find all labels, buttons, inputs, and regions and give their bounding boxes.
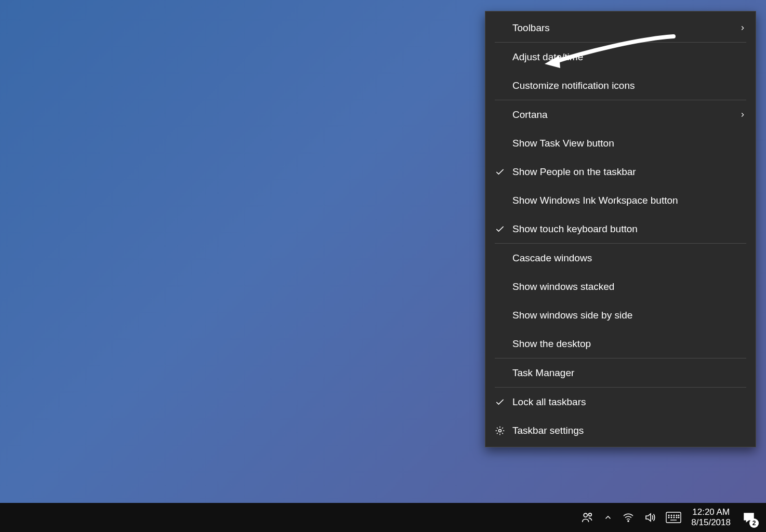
- menu-item-show-people-on-the-taskbar[interactable]: Show People on the taskbar: [485, 157, 756, 186]
- menu-item-cortana[interactable]: Cortana: [485, 100, 756, 129]
- menu-item-show-task-view-button[interactable]: Show Task View button: [485, 129, 756, 157]
- svg-point-0: [584, 513, 588, 517]
- menu-item-show-the-desktop[interactable]: Show the desktop: [485, 329, 756, 358]
- menu-label: Taskbar settings: [512, 425, 746, 436]
- menu-label: Cortana: [512, 109, 736, 121]
- menu-item-lock-all-taskbars[interactable]: Lock all taskbars: [485, 388, 756, 416]
- speaker-icon: [644, 511, 656, 524]
- menu-label: Toolbars: [512, 22, 736, 34]
- chevron-right-icon: [736, 24, 746, 32]
- menu-label: Show Task View button: [512, 138, 746, 149]
- volume-button[interactable]: [639, 503, 661, 532]
- menu-label: Show the desktop: [512, 338, 746, 350]
- svg-marker-3: [646, 514, 651, 521]
- menu-item-adjust-date-time[interactable]: Adjust date/time: [485, 43, 756, 71]
- people-icon: [580, 511, 594, 524]
- chevron-up-icon: [603, 513, 613, 522]
- svg-point-9: [679, 515, 680, 516]
- system-tray: 12:20 AM 8/15/2018 2: [576, 503, 766, 532]
- menu-label: Task Manager: [512, 367, 746, 379]
- menu-item-customize-notification-icons[interactable]: Customize notification icons: [485, 71, 756, 100]
- action-center-button[interactable]: 2: [736, 503, 762, 532]
- menu-item-show-windows-ink-workspace-button[interactable]: Show Windows Ink Workspace button: [485, 186, 756, 215]
- svg-point-7: [674, 515, 675, 516]
- tray-overflow-button[interactable]: [599, 503, 617, 532]
- menu-label: Show People on the taskbar: [512, 166, 746, 178]
- clock-time: 12:20 AM: [692, 507, 730, 517]
- menu-label: Show windows side by side: [512, 310, 746, 321]
- people-button[interactable]: [576, 503, 599, 532]
- menu-item-cascade-windows[interactable]: Cascade windows: [485, 244, 756, 272]
- menu-label: Cascade windows: [512, 252, 746, 264]
- check-icon: [495, 224, 512, 234]
- notification-badge: 2: [749, 518, 759, 528]
- clock-button[interactable]: 12:20 AM 8/15/2018: [686, 503, 736, 532]
- svg-point-12: [674, 517, 675, 518]
- taskbar-context-menu: Toolbars Adjust date/time Customize noti…: [485, 11, 756, 447]
- menu-item-task-manager[interactable]: Task Manager: [485, 358, 756, 387]
- svg-point-14: [679, 517, 680, 518]
- menu-label: Show touch keyboard button: [512, 223, 746, 235]
- svg-point-8: [677, 515, 678, 516]
- check-icon: [495, 167, 512, 177]
- menu-item-show-windows-side-by-side[interactable]: Show windows side by side: [485, 301, 756, 329]
- menu-label: Show Windows Ink Workspace button: [512, 195, 746, 206]
- keyboard-icon: [666, 512, 681, 523]
- wifi-icon: [622, 511, 635, 524]
- svg-point-11: [671, 517, 672, 518]
- svg-point-5: [669, 515, 670, 516]
- menu-item-taskbar-settings[interactable]: Taskbar settings: [485, 416, 756, 445]
- taskbar: 12:20 AM 8/15/2018 2: [0, 503, 766, 532]
- menu-item-show-windows-stacked[interactable]: Show windows stacked: [485, 272, 756, 301]
- svg-point-10: [669, 517, 670, 518]
- check-icon: [495, 397, 512, 407]
- svg-point-2: [628, 521, 629, 522]
- clock-date: 8/15/2018: [691, 517, 731, 528]
- touch-keyboard-button[interactable]: [661, 503, 686, 532]
- chevron-right-icon: [736, 111, 746, 118]
- menu-item-toolbars[interactable]: Toolbars: [485, 14, 756, 42]
- menu-label: Lock all taskbars: [512, 396, 746, 408]
- menu-item-show-touch-keyboard-button[interactable]: Show touch keyboard button: [485, 215, 756, 243]
- menu-label: Adjust date/time: [512, 51, 746, 63]
- svg-point-13: [677, 517, 678, 518]
- menu-label: Show windows stacked: [512, 281, 746, 292]
- wifi-button[interactable]: [617, 503, 639, 532]
- gear-icon: [495, 425, 512, 436]
- menu-label: Customize notification icons: [512, 80, 746, 91]
- svg-point-16: [499, 429, 501, 432]
- svg-point-1: [589, 513, 592, 516]
- svg-point-6: [671, 515, 672, 516]
